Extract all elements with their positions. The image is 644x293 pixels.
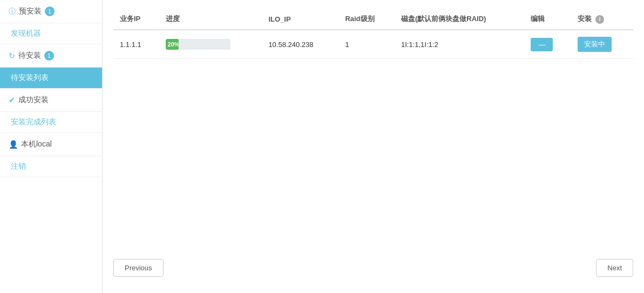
col-disk: 磁盘(默认前俩块盘做RAID) — [395, 9, 524, 30]
col-edit: 编辑 — [524, 9, 571, 30]
sidebar-item-pending-list[interactable]: 待安装列表 — [0, 68, 102, 89]
col-business-ip: 业务IP — [113, 9, 159, 30]
pre-install-badge: 1 — [45, 6, 55, 16]
cell-ilo-ip: 10.58.240.238 — [262, 30, 338, 59]
previous-button[interactable]: Previous — [113, 259, 164, 277]
pagination: Previous Next — [113, 259, 633, 277]
sidebar-item-complete-list-label: 安装完成列表 — [11, 117, 56, 126]
install-button[interactable]: 安装中 — [578, 37, 612, 52]
sidebar-section-pre-install: ⓘ 预安装 1 — [0, 0, 102, 23]
sidebar-item-discover[interactable]: 发现机器 — [0, 23, 102, 44]
edit-button[interactable]: — — [531, 38, 553, 51]
progress-bar: 20% — [166, 39, 231, 50]
sync-icon: ↻ — [9, 51, 15, 60]
check-icon: ✔ — [9, 96, 15, 104]
col-raid-level: Raid级别 — [338, 9, 395, 30]
user-icon: 👤 — [9, 140, 18, 149]
sidebar-section-success-label: 成功安装 — [18, 95, 49, 105]
col-ilo-ip: ILO_IP — [262, 9, 338, 30]
sidebar-section-success-install: ✔ 成功安装 — [0, 89, 102, 112]
cell-business-ip: 1.1.1.1 — [113, 30, 159, 59]
col-progress: 进度 — [159, 9, 262, 30]
sidebar-section-local: 👤 本机local — [0, 133, 102, 156]
pending-install-badge: 1 — [44, 51, 54, 61]
cell-disk: 1I:1:1,1I:1:2 — [395, 30, 524, 59]
sidebar-item-discover-label: 发现机器 — [11, 29, 41, 37]
install-info-icon[interactable]: i — [595, 15, 604, 24]
sidebar-item-cancel[interactable]: 注销 — [0, 156, 102, 177]
cell-edit: — — [524, 30, 571, 59]
cell-progress: 20% — [159, 30, 262, 59]
cell-raid-level: 1 — [338, 30, 395, 59]
main-content: 业务IP 进度 ILO_IP Raid级别 磁盘(默认前俩块盘做RAID) 编辑… — [103, 0, 644, 293]
sidebar-item-pending-list-label: 待安装列表 — [11, 73, 49, 82]
sidebar-section-pending-label: 待安装 — [18, 51, 41, 61]
info-icon: ⓘ — [9, 6, 16, 16]
install-table: 业务IP 进度 ILO_IP Raid级别 磁盘(默认前俩块盘做RAID) 编辑… — [113, 9, 633, 59]
sidebar-section-pre-install-label: 预安装 — [19, 6, 42, 16]
sidebar-item-cancel-label: 注销 — [11, 162, 26, 170]
next-button[interactable]: Next — [596, 259, 633, 277]
sidebar: ⓘ 预安装 1 发现机器 ↻ 待安装 1 待安装列表 ✔ 成功安装 安装完成列表… — [0, 0, 103, 293]
table-row: 1.1.1.1 20% 10.58.240.238 1 1I:1:1,1I:1:… — [113, 30, 633, 59]
cell-install: 安装中 — [571, 30, 633, 59]
sidebar-item-complete-list[interactable]: 安装完成列表 — [0, 112, 102, 133]
col-install: 安装 i — [571, 9, 633, 30]
sidebar-section-local-label: 本机local — [21, 139, 52, 149]
sidebar-section-pending-install: ↻ 待安装 1 — [0, 44, 102, 68]
progress-label: 20% — [168, 41, 180, 48]
